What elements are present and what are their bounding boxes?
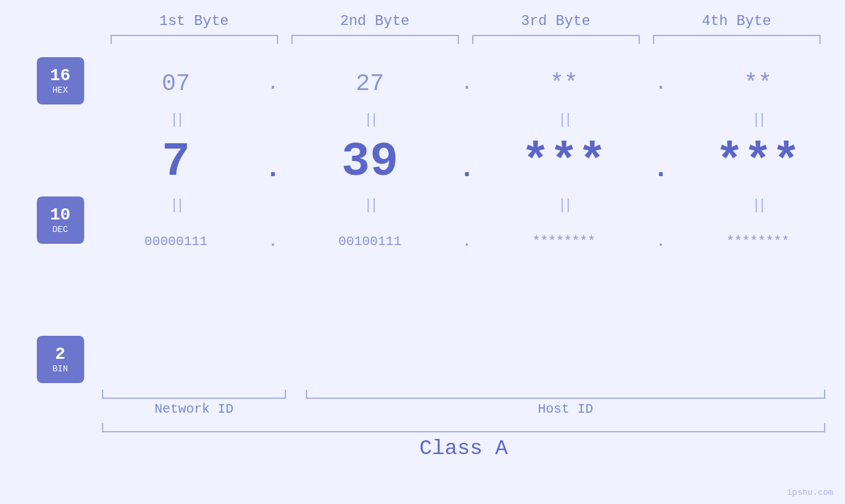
hex-value-row: 07 . 27 . ** . ** bbox=[89, 57, 845, 110]
bin-b2: 00100111 bbox=[338, 234, 401, 249]
bracket-byte2 bbox=[291, 35, 459, 44]
byte2-header: 2nd Byte bbox=[285, 13, 466, 30]
sep2-b4: || bbox=[671, 197, 845, 214]
sep-row-2: || || || || bbox=[89, 195, 845, 215]
sep-row-1: || || || || bbox=[89, 110, 845, 129]
sep1-b2: || bbox=[283, 112, 457, 128]
network-id-label: Network ID bbox=[102, 401, 286, 417]
outer-bracket-row bbox=[102, 423, 825, 432]
bottom-section: Network ID Host ID Class A bbox=[0, 387, 845, 461]
badges-col: 16 HEX 10 DEC 2 BIN bbox=[0, 57, 89, 383]
outer-bracket bbox=[102, 423, 825, 432]
bin-b4-cell: ******** bbox=[671, 234, 845, 249]
hex-b3: ** bbox=[550, 70, 578, 97]
hex-badge-label: HEX bbox=[53, 85, 68, 95]
hex-b1-cell: 07 bbox=[89, 70, 263, 97]
dec-badge-label: DEC bbox=[53, 225, 68, 235]
hex-b2: 27 bbox=[356, 70, 384, 97]
dec-dot1: . bbox=[263, 141, 283, 184]
dec-b1: 7 bbox=[162, 135, 190, 189]
bin-badge-num: 2 bbox=[55, 345, 66, 364]
sep1-b4: || bbox=[671, 112, 845, 128]
bin-badge: 2 BIN bbox=[37, 336, 84, 383]
bin-b2-cell: 00100111 bbox=[283, 234, 457, 249]
sep2-b2: || bbox=[283, 197, 457, 214]
sep1-b1: || bbox=[89, 112, 263, 128]
dec-badge-num: 10 bbox=[50, 206, 70, 225]
bin-dot1: . bbox=[263, 233, 283, 250]
hex-b4-cell: ** bbox=[671, 70, 845, 97]
dec-value-row: 7 . 39 . *** . *** bbox=[89, 129, 845, 195]
class-label: Class A bbox=[102, 436, 825, 461]
bin-dot2: . bbox=[457, 233, 477, 250]
dec-dot3: . bbox=[651, 141, 671, 184]
byte-headers: 1st Byte 2nd Byte 3rd Byte 4th Byte bbox=[104, 13, 827, 30]
sep1-b3: || bbox=[477, 112, 651, 128]
bin-b3: ******** bbox=[532, 234, 595, 249]
hex-dot1: . bbox=[263, 72, 283, 95]
sep2-b3: || bbox=[477, 197, 651, 214]
bracket-byte1 bbox=[110, 35, 278, 44]
hex-badge: 16 HEX bbox=[37, 57, 84, 104]
byte3-header: 3rd Byte bbox=[466, 13, 646, 30]
bracket-byte4 bbox=[653, 35, 821, 44]
host-bracket bbox=[306, 390, 825, 399]
hex-b2-cell: 27 bbox=[283, 70, 457, 97]
bin-b1: 00000111 bbox=[144, 234, 207, 249]
dec-b3-cell: *** bbox=[477, 135, 651, 189]
hex-b1: 07 bbox=[162, 70, 190, 97]
network-bracket bbox=[102, 390, 286, 399]
bin-dot3: . bbox=[651, 233, 671, 250]
hex-b3-cell: ** bbox=[477, 70, 651, 97]
bracket-byte3 bbox=[472, 35, 640, 44]
dec-b3: *** bbox=[521, 135, 607, 189]
hex-dot3: . bbox=[651, 72, 671, 95]
dec-dot2: . bbox=[457, 141, 477, 184]
dec-b4-cell: *** bbox=[671, 135, 845, 189]
bin-b1-cell: 00000111 bbox=[89, 234, 263, 249]
bin-badge-label: BIN bbox=[53, 364, 68, 374]
hex-dot2: . bbox=[457, 72, 477, 95]
dec-badge: 10 DEC bbox=[37, 196, 84, 244]
bottom-labels: Network ID Host ID bbox=[102, 401, 825, 417]
watermark: ipshu.com bbox=[787, 488, 833, 497]
content-area: 16 HEX 10 DEC 2 BIN 07 bbox=[0, 57, 845, 383]
dec-b2-cell: 39 bbox=[283, 135, 457, 189]
host-id-label: Host ID bbox=[306, 401, 825, 417]
dec-b1-cell: 7 bbox=[89, 135, 263, 189]
dec-b4: *** bbox=[715, 135, 801, 189]
bottom-brackets bbox=[102, 390, 825, 399]
byte1-header: 1st Byte bbox=[104, 13, 285, 30]
dec-b2: 39 bbox=[341, 135, 398, 189]
hex-badge-num: 16 bbox=[50, 66, 70, 85]
bin-b3-cell: ******** bbox=[477, 234, 651, 249]
bin-b4: ******** bbox=[726, 234, 789, 249]
hex-b4: ** bbox=[744, 70, 772, 97]
sep2-b1: || bbox=[89, 197, 263, 214]
byte4-header: 4th Byte bbox=[646, 13, 827, 30]
main-container: 1st Byte 2nd Byte 3rd Byte 4th Byte 16 H… bbox=[0, 0, 845, 504]
bin-value-row: 00000111 . 00100111 . ******** . bbox=[89, 215, 845, 267]
rows-col: 07 . 27 . ** . ** bbox=[89, 57, 845, 267]
top-brackets bbox=[104, 35, 827, 44]
